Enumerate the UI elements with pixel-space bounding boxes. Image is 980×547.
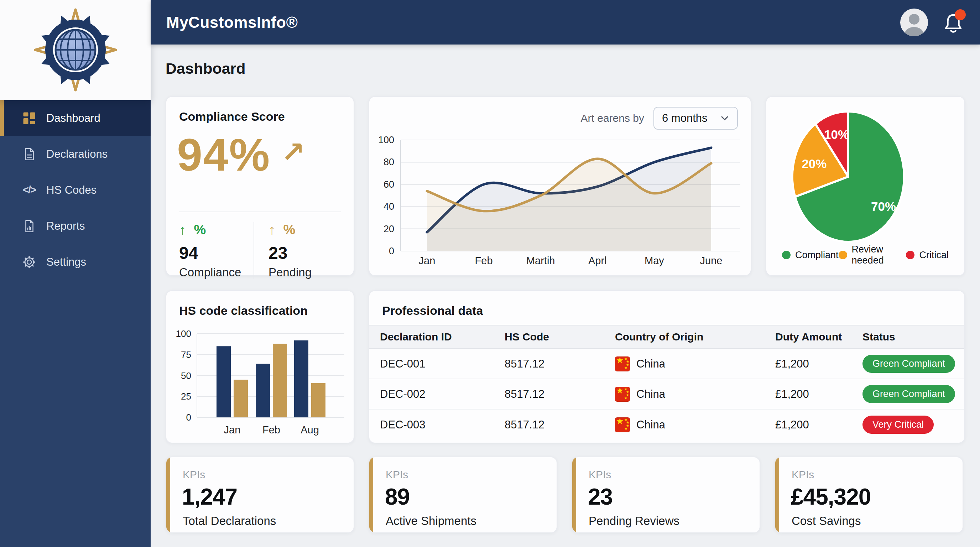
up-arrow-percent-icon: ↑ %	[269, 222, 343, 237]
column-header: Country of Origin	[615, 331, 775, 343]
table-row[interactable]: DEC-002 8517.12 ★★★★★ China £1,200 Green…	[369, 379, 964, 410]
notification-dot	[955, 9, 966, 20]
country-name: China	[636, 418, 665, 431]
app-title: MyCustomsInfo®	[166, 14, 298, 31]
sidebar-item-hs-codes[interactable]: </> HS Codes	[0, 172, 151, 208]
svg-text:0: 0	[186, 412, 191, 423]
duty-amount-cell: £1,200	[775, 418, 862, 431]
svg-text:60: 60	[383, 179, 394, 190]
stat-value: 94	[179, 243, 253, 263]
sidebar-item-label: Reports	[46, 220, 85, 232]
svg-text:75: 75	[181, 349, 191, 360]
sidebar-item-label: Settings	[46, 256, 86, 269]
column-header: Declaration ID	[380, 331, 504, 343]
gold-accent-stripe	[369, 457, 373, 533]
chart-header: Art earens by 6 months	[369, 107, 738, 130]
duty-amount-cell: £1,200	[775, 388, 862, 401]
pie-chart: 70%20%10%	[766, 97, 966, 254]
sidebar-item-declarations[interactable]: Declarations	[0, 136, 151, 172]
table-header-row: Declaration ID HS Code Country of Origin…	[369, 325, 964, 349]
kpi-value: 1,247	[182, 483, 353, 510]
code-icon: </>	[22, 183, 36, 197]
svg-text:Feb: Feb	[262, 424, 280, 436]
svg-text:70%: 70%	[871, 199, 896, 213]
legend-label: Review needed	[852, 244, 906, 266]
svg-text:June: June	[700, 255, 722, 266]
page-title: Dashboard	[165, 60, 246, 77]
svg-text:Martih: Martih	[526, 255, 555, 266]
chevron-down-icon	[720, 115, 729, 121]
country-cell: ★★★★★ China	[615, 387, 775, 402]
divider	[179, 211, 341, 212]
professional-data-card: Professional data Declaration ID HS Code…	[369, 290, 965, 444]
compliance-pie-card: 70%20%10% Compliant Review needed Critic…	[765, 96, 965, 276]
legend-dot	[838, 251, 847, 259]
svg-text:Aprl: Aprl	[588, 255, 607, 266]
kpi-label: KPIs	[183, 469, 353, 481]
dropdown-value: 6 months	[662, 112, 708, 125]
stat-value: 23	[269, 243, 343, 263]
dashboard-grid-icon	[22, 111, 36, 126]
legend-item-critical: Critical	[906, 244, 949, 266]
legend-item-review-needed: Review needed	[838, 244, 906, 266]
hs-code-classification-card: HS code classification 0255075100JanFebA…	[165, 290, 354, 444]
kpi-card-total-declarations: KPIs 1,247 Total Declarations	[165, 456, 354, 533]
svg-text:Jan: Jan	[419, 255, 436, 266]
card-title: Professional data	[382, 304, 964, 318]
kpi-caption: Pending Reviews	[589, 514, 760, 528]
sidebar-item-settings[interactable]: Settings	[0, 244, 151, 280]
svg-text:Feb: Feb	[475, 255, 493, 266]
declaration-id-cell: DEC-003	[380, 418, 504, 431]
divider	[253, 222, 254, 279]
gold-accent-stripe	[775, 457, 779, 533]
svg-text:100: 100	[176, 328, 191, 339]
user-avatar[interactable]	[900, 8, 928, 36]
legend-item-compliant: Compliant	[782, 244, 838, 266]
table-row[interactable]: DEC-003 8517.12 ★★★★★ China £1,200 Very …	[369, 410, 964, 440]
kpi-caption: Total Declarations	[183, 514, 353, 528]
hs-code-cell: 8517.12	[504, 358, 615, 370]
up-right-arrow-icon: ↗	[281, 136, 305, 169]
country-name: China	[636, 358, 665, 370]
compliance-score-card: Compliance Score 94% ↗ ↑ % 94 Compliance…	[165, 96, 354, 276]
period-dropdown[interactable]: 6 months	[654, 107, 738, 130]
stat-label: Pending	[269, 266, 343, 279]
compliance-stats: ↑ % 94 Compliance ↑ % 23 Pending	[179, 222, 343, 279]
sidebar-item-label: Declarations	[46, 148, 108, 161]
logo-panel	[0, 0, 151, 100]
top-bar: MyCustomsInfo®	[151, 0, 980, 45]
declaration-id-cell: DEC-001	[380, 358, 504, 370]
kpi-card-active-shipments: KPIs 89 Active Shipments	[369, 456, 557, 533]
kpi-value: £45,320	[791, 483, 963, 510]
legend-dot	[782, 251, 791, 259]
document-icon	[22, 147, 36, 161]
table-row[interactable]: DEC-001 8517.12 ★★★★★ China £1,200 Green…	[369, 349, 964, 379]
legend-dot	[906, 251, 915, 259]
duty-amount-cell: £1,200	[775, 358, 862, 370]
sidebar-item-dashboard[interactable]: Dashboard	[0, 100, 151, 136]
pie-legend: Compliant Review needed Critical	[766, 244, 964, 266]
declaration-id-cell: DEC-002	[380, 388, 504, 401]
column-header: Status	[862, 331, 954, 343]
country-cell: ★★★★★ China	[615, 356, 775, 371]
sidebar-item-label: HS Codes	[46, 184, 97, 197]
trend-chart-card: Art earens by 6 months 020406080100JanFe…	[369, 96, 751, 276]
china-flag-icon: ★★★★★	[615, 387, 630, 402]
stat-pending: ↑ % 23 Pending	[269, 222, 343, 279]
kpi-card-pending-reviews: KPIs 23 Pending Reviews	[571, 456, 760, 533]
sidebar-item-reports[interactable]: Reports	[0, 208, 151, 244]
kpi-value: 23	[588, 483, 760, 510]
country-cell: ★★★★★ China	[615, 417, 775, 433]
status-badge: Green Compliant	[862, 355, 955, 373]
legend-label: Critical	[919, 250, 949, 261]
filter-label: Art earens by	[581, 112, 644, 124]
notification-bell-icon[interactable]	[942, 11, 964, 33]
svg-text:20%: 20%	[802, 157, 827, 170]
kpi-caption: Cost Savings	[792, 514, 963, 528]
svg-text:50: 50	[181, 370, 191, 381]
brand-compass-globe-logo	[33, 7, 118, 92]
topbar-actions	[900, 8, 964, 36]
report-icon	[22, 219, 36, 233]
kpi-caption: Active Shipments	[386, 514, 557, 528]
svg-text:20: 20	[383, 224, 394, 234]
